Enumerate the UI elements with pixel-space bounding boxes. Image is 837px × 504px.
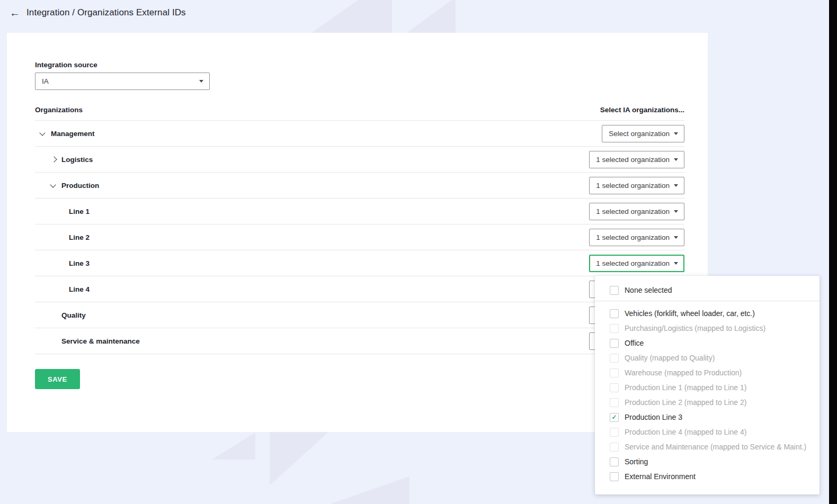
org-row-label-group: Line 4 [35, 285, 90, 293]
org-row-select-value: 1 selected organization [596, 156, 670, 164]
integration-source-field: Integration source IA [35, 61, 684, 90]
org-row-label-group: Quality [35, 311, 86, 319]
checkbox[interactable] [610, 354, 619, 363]
page-title: Integration / Organizations External IDs [26, 7, 186, 18]
chevron-down-icon [674, 158, 678, 161]
checkbox[interactable] [610, 286, 619, 295]
org-row: Line 3 1 selected organization [35, 250, 684, 276]
checkbox[interactable] [610, 383, 619, 392]
org-row: Line 2 1 selected organization [35, 224, 684, 250]
org-row-select[interactable]: Select organization [602, 125, 684, 142]
dropdown-option[interactable]: Sorting [595, 454, 820, 469]
org-row-label-group: Logistics [35, 156, 93, 164]
org-row-label: Quality [61, 311, 86, 319]
expand-chevron-slot[interactable] [51, 157, 61, 161]
background-decor-shape [270, 432, 328, 485]
chevron-down-icon [199, 80, 203, 83]
org-row-label: Line 2 [69, 233, 90, 241]
checkbox[interactable] [610, 472, 619, 481]
org-row-select[interactable]: 1 selected organization [589, 229, 684, 246]
org-row-select-value: 1 selected organization [596, 208, 670, 215]
expand-chevron-slot[interactable] [51, 184, 61, 187]
dropdown-option[interactable]: ✓ Production Line 3 [595, 410, 820, 425]
dropdown-option-label: Service and Maintenance (mapped to Servi… [625, 443, 806, 451]
dropdown-option-label: None selected [625, 286, 672, 294]
dropdown-option-label: Quality (mapped to Quality) [625, 354, 715, 362]
dropdown-option-label: Office [625, 339, 644, 347]
org-row-label: Management [51, 130, 95, 138]
org-row-label-group: Production [35, 182, 99, 190]
dropdown-option[interactable]: Office [595, 336, 820, 350]
org-row-select-value: 1 selected organization [596, 233, 670, 241]
dropdown-option: Production Line 2 (mapped to Line 2) [595, 395, 820, 410]
checkbox[interactable] [610, 428, 619, 437]
org-row: Production 1 selected organization [35, 172, 684, 198]
chevron-down-icon [674, 132, 678, 135]
checkbox[interactable] [610, 457, 619, 466]
chevron-icon [50, 182, 56, 187]
checkbox[interactable] [610, 324, 619, 333]
checkbox[interactable]: ✓ [610, 413, 619, 422]
dropdown-option-label: Production Line 2 (mapped to Line 2) [625, 398, 746, 407]
dropdown-option-label: Sorting [625, 457, 648, 466]
dropdown-option: Quality (mapped to Quality) [595, 350, 820, 365]
dropdown-option[interactable]: External Environment [595, 469, 820, 484]
chevron-icon [39, 130, 45, 136]
org-row-label: Line 1 [69, 208, 90, 215]
org-row-select-value: 1 selected organization [596, 182, 670, 190]
integration-source-select[interactable]: IA [35, 73, 210, 90]
dropdown-divider [595, 301, 820, 301]
org-row-select-value: 1 selected organization [596, 259, 670, 267]
dropdown-option: Purchasing/Logistics (mapped to Logistic… [595, 321, 820, 336]
org-row-label: Service & maintenance [61, 337, 140, 345]
back-arrow-icon[interactable]: ← [10, 7, 22, 19]
dropdown-option-label: Vehicles (forklift, wheel loader, car, e… [625, 309, 755, 318]
org-row-label-group: Management [35, 130, 95, 138]
dropdown-option[interactable]: None selected [595, 281, 820, 300]
chevron-icon [51, 156, 57, 162]
org-row-select[interactable]: 1 selected organization [589, 177, 684, 194]
expand-chevron-slot[interactable] [40, 132, 51, 135]
select-ia-organizations-column-header: Select IA organizations... [600, 106, 684, 114]
checkbox[interactable] [610, 339, 619, 348]
chevron-down-icon [674, 262, 678, 265]
org-row: Management Select organization [35, 120, 684, 146]
chevron-down-icon [674, 210, 678, 213]
org-row: Line 4 1 selected organization [35, 276, 684, 302]
org-row-select[interactable]: 1 selected organization [589, 203, 684, 220]
org-row-label: Line 3 [69, 259, 90, 267]
checkbox[interactable] [610, 398, 619, 407]
checkbox[interactable] [610, 443, 619, 452]
background-decor-shape [330, 476, 409, 504]
chevron-down-icon [674, 236, 678, 239]
dropdown-option: Warehouse (mapped to Production) [595, 365, 820, 380]
org-row: Quality 1 selected organization [35, 302, 684, 328]
organization-dropdown-menu: None selected Vehicles (forklift, wheel … [595, 276, 820, 494]
dropdown-option-label: Production Line 1 (mapped to Line 1) [625, 383, 746, 392]
save-button[interactable]: SAVE [35, 369, 80, 389]
check-icon: ✓ [611, 414, 617, 420]
org-row-select-value: Select organization [609, 130, 670, 138]
org-row-label: Line 4 [69, 285, 90, 293]
checkbox[interactable] [610, 368, 619, 377]
org-row-label-group: Line 3 [35, 259, 90, 267]
org-row-label-group: Line 2 [35, 233, 90, 241]
dropdown-option-label: Production Line 4 (mapped to Line 4) [625, 428, 746, 436]
integration-source-label: Integration source [35, 61, 684, 69]
dropdown-option[interactable]: Vehicles (forklift, wheel loader, car, e… [595, 306, 820, 321]
org-row-label-group: Service & maintenance [35, 337, 140, 345]
integration-source-value: IA [42, 77, 49, 85]
organizations-table: Management Select organization Logistics… [35, 120, 684, 354]
org-row-select[interactable]: 1 selected organization [589, 151, 684, 168]
dropdown-option-label: Purchasing/Logistics (mapped to Logistic… [625, 324, 765, 332]
screen-right-edge [829, 0, 837, 504]
dropdown-option-label: Warehouse (mapped to Production) [625, 368, 742, 377]
dropdown-option: Service and Maintenance (mapped to Servi… [595, 439, 820, 454]
dropdown-option: Production Line 4 (mapped to Line 4) [595, 425, 820, 439]
org-row-label: Production [61, 182, 99, 190]
table-headers: Organizations Select IA organizations... [35, 106, 684, 114]
checkbox[interactable] [610, 309, 619, 318]
org-row-select[interactable]: 1 selected organization [589, 255, 684, 272]
org-row: Logistics 1 selected organization [35, 146, 684, 172]
org-row-label-group: Line 1 [35, 208, 90, 215]
